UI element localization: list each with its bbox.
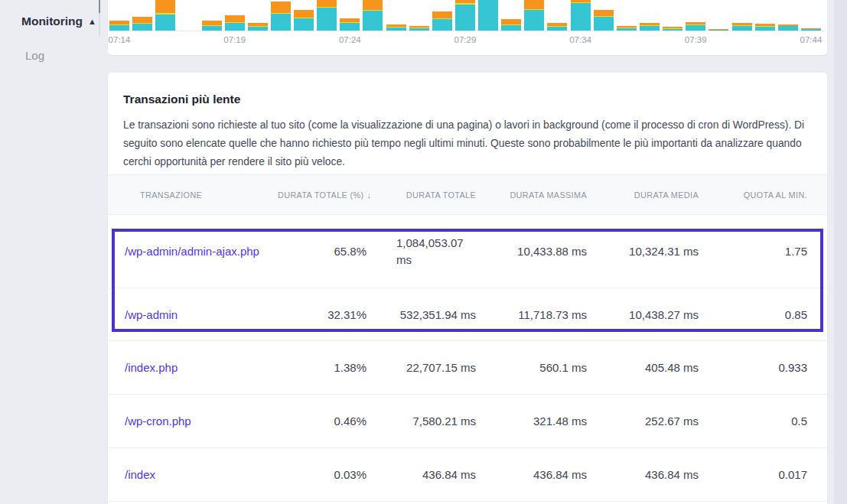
bar-segment-orange xyxy=(294,10,314,18)
table-header-cell[interactable]: TRANSAZIONE xyxy=(125,190,278,200)
bar-segment-teal xyxy=(594,17,614,31)
chart-bar xyxy=(547,23,567,31)
transaction-cell: /wp-admin xyxy=(125,308,278,321)
bar-segment-teal xyxy=(455,5,475,31)
table-cell: 0.03% xyxy=(278,468,366,481)
table-header-cell[interactable]: DURATA MASSIMA xyxy=(476,190,587,200)
scrollbar-thumb[interactable] xyxy=(99,0,100,13)
bar-segment-orange xyxy=(363,0,383,10)
x-axis-tick-label: 07:14 xyxy=(109,35,131,44)
table-row: /wp-admin/admin-ajax.php65.8%1,084,053.0… xyxy=(108,215,827,288)
table-cell: 22,707.15 ms xyxy=(366,361,476,374)
x-axis-tick-label: 07:34 xyxy=(569,35,591,44)
sidebar: Monitoring▲ Log xyxy=(0,0,99,504)
chart-bar xyxy=(455,0,475,31)
chart-bar xyxy=(686,22,705,31)
sidebar-item-log[interactable]: Log xyxy=(25,49,44,62)
bar-segment-teal xyxy=(132,24,152,31)
table-cell: 436.84 ms xyxy=(587,468,699,481)
table-cell: 1.38% xyxy=(278,361,366,374)
transaction-link[interactable]: /index xyxy=(125,468,155,481)
bar-segment-orange xyxy=(225,15,245,22)
column-label: DURATA MASSIMA xyxy=(510,190,587,200)
bar-segment-teal xyxy=(294,18,314,31)
transaction-link[interactable]: /wp-admin xyxy=(125,308,178,321)
sidebar-item-log-label: Log xyxy=(25,49,44,62)
table-header-cell[interactable]: DURATA TOTALE xyxy=(366,190,476,200)
table-cell: 436.84 ms xyxy=(476,468,587,481)
transaction-cell: /wp-cron.php xyxy=(125,415,278,428)
chart-bar xyxy=(225,15,245,31)
table-header-cell[interactable]: DURATA TOTALE (%)↓ xyxy=(278,190,366,200)
chart-bar xyxy=(755,24,775,31)
table-row: /index.php1.38%22,707.15 ms560.1 ms405.4… xyxy=(108,341,827,395)
chart-bar xyxy=(202,21,222,31)
bar-segment-teal xyxy=(317,8,337,31)
table-header-cell[interactable]: DURATA MEDIA xyxy=(587,190,699,200)
transaction-cell: /index.php xyxy=(125,361,278,374)
table-cell: 436.84 ms xyxy=(366,468,476,481)
table-cell: 0.5 xyxy=(699,415,807,428)
slowest-transactions-card: Transazioni più lente Le transazioni son… xyxy=(108,73,827,504)
table-cell: 0.85 xyxy=(699,308,807,321)
column-label: TRANSAZIONE xyxy=(140,190,202,200)
bar-segment-teal xyxy=(686,25,705,31)
wrapped-value: 1,084,053.07 ms xyxy=(396,235,476,268)
table-cell: 252.67 ms xyxy=(587,415,699,428)
x-axis-tick-label: 07:24 xyxy=(339,35,361,44)
table-row: /index0.03%436.84 ms436.84 ms436.84 ms0.… xyxy=(108,448,827,502)
chart-bar xyxy=(386,24,406,31)
sidebar-item-monitoring[interactable]: Monitoring▲ xyxy=(21,15,96,28)
transaction-link[interactable]: /wp-cron.php xyxy=(125,415,191,428)
table-cell: 0.017 xyxy=(699,468,807,481)
table-cell: 321.48 ms xyxy=(476,415,587,428)
chart-bar xyxy=(317,0,337,31)
transaction-link[interactable]: /wp-admin/admin-ajax.php xyxy=(125,245,259,258)
table-cell: 10,433.88 ms xyxy=(476,245,587,258)
chart-x-axis-line xyxy=(109,31,826,31)
bar-segment-teal xyxy=(109,25,129,31)
table-cell: 0.933 xyxy=(699,361,807,374)
column-label: DURATA TOTALE xyxy=(406,190,476,200)
table-cell: 1,084,053.07 ms xyxy=(366,235,476,268)
card-description: Le transazioni sono richieste al tuo sit… xyxy=(108,106,827,171)
x-axis-tick-label: 07:19 xyxy=(223,35,246,44)
table-cell: 10,438.27 ms xyxy=(587,308,699,321)
table-cell: 532,351.94 ms xyxy=(366,308,476,321)
chart-bar xyxy=(732,23,752,31)
chart-bar xyxy=(478,0,498,31)
table-cell: 405.48 ms xyxy=(587,361,699,374)
chart-bar xyxy=(640,23,660,31)
card-title: Transazioni più lente xyxy=(108,73,827,106)
column-label: DURATA TOTALE (%) xyxy=(278,190,364,200)
bar-segment-orange xyxy=(501,19,521,24)
table-header-cell[interactable]: QUOTA AL MIN. xyxy=(699,190,807,200)
chart-bar xyxy=(109,21,129,31)
x-axis-tick-label: 07:39 xyxy=(685,35,707,44)
chart-bar xyxy=(432,11,452,31)
bar-segment-orange xyxy=(432,11,452,18)
transaction-link[interactable]: /index.php xyxy=(125,361,178,374)
transaction-cell: /wp-admin/admin-ajax.php xyxy=(125,245,278,258)
chart-bar xyxy=(340,18,360,31)
alert-triangle-icon: ▲ xyxy=(88,17,96,26)
bar-segment-teal xyxy=(271,14,291,31)
bar-segment-teal xyxy=(571,3,591,31)
bar-segment-orange xyxy=(594,10,614,16)
response-time-chart xyxy=(108,0,827,31)
column-label: DURATA MEDIA xyxy=(634,190,699,200)
transaction-cell: /index xyxy=(125,468,278,481)
bar-segment-orange xyxy=(317,0,337,7)
bar-segment-orange xyxy=(271,2,291,13)
chart-bar xyxy=(363,0,383,31)
table-cell: 0.46% xyxy=(278,415,366,428)
sidebar-item-monitoring-label: Monitoring xyxy=(21,15,83,28)
chart-bar xyxy=(132,17,152,31)
table-cell: 10,324.31 ms xyxy=(587,245,699,258)
bar-segment-orange xyxy=(132,17,152,23)
bar-segment-teal xyxy=(524,10,544,31)
x-axis-tick-label: 07:29 xyxy=(454,35,477,44)
bar-segment-teal xyxy=(432,19,452,31)
bar-segment-orange xyxy=(524,0,544,9)
chart-bar xyxy=(778,24,798,31)
